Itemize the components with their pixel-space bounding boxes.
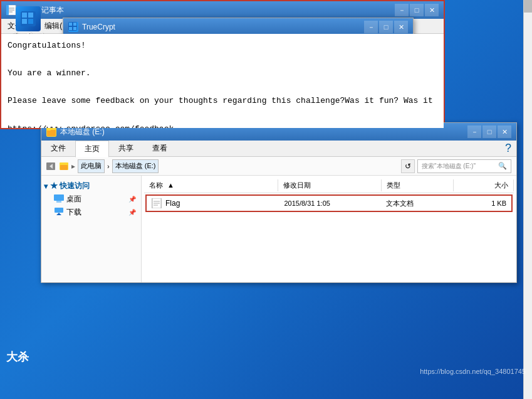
explorer-window: 本地磁盘 (E:) － □ ✕ 文件 主页 共享 查看 ?	[41, 122, 517, 283]
notepad-line-3: You are a winner.	[8, 66, 437, 80]
help-btn[interactable]: ?	[500, 139, 516, 157]
file-name-flag: Flag	[147, 198, 279, 208]
explorer-title-text: 本地磁盘 (E:)	[60, 127, 467, 137]
quick-access-header[interactable]: ▾ ★ 快速访问	[41, 179, 141, 193]
notepad-titlebar: Flag - 记事本 － □ ✕	[1, 1, 444, 19]
notepad-maximize-btn[interactable]: □	[410, 4, 424, 16]
sidebar-item-desktop[interactable]: 桌面 📌	[41, 193, 141, 206]
notepad-body: Congratulations! You are a winner. Pleas…	[1, 34, 444, 128]
notepad-line-6	[8, 108, 437, 122]
col-name[interactable]: 名称 ▲	[144, 179, 278, 191]
truecrypt-maximize-btn[interactable]: □	[379, 21, 393, 33]
file-type-flag: 文本文档	[381, 199, 452, 208]
pin-icon: 📌	[128, 196, 136, 203]
dasha-text: 大杀	[6, 349, 29, 364]
truecrypt-app-icon	[16, 6, 41, 31]
refresh-btn[interactable]: ↺	[401, 159, 415, 173]
explorer-maximize-btn[interactable]: □	[482, 125, 496, 138]
notepad-close-btn[interactable]: ✕	[425, 4, 439, 16]
explorer-title-icon	[46, 127, 56, 137]
notepad-line-4	[8, 80, 437, 94]
file-date-flag: 2015/8/31 1:05	[279, 200, 381, 207]
svg-rect-2	[22, 19, 27, 24]
desktop-sidebar-icon	[54, 194, 64, 205]
explorer-toolbar: ▸ 此电脑 › 本地磁盘 (E:) ↺ 搜索"本地磁盘 (E:)" 🔍	[41, 157, 516, 176]
ribbon-tab-view[interactable]: 查看	[143, 140, 177, 157]
files-column-headers: 名称 ▲ 修改日期 类型 大小	[144, 178, 514, 193]
truecrypt-close-btn[interactable]: ✕	[394, 21, 408, 33]
notepad-line-7: https://www.spydersec.com/feedback	[8, 122, 437, 128]
truecrypt-titlebar: TrueCrypt － □ ✕	[63, 18, 413, 36]
search-box[interactable]: 搜索"本地磁盘 (E:)" 🔍	[417, 159, 511, 173]
breadcrumb-this-pc[interactable]: 此电脑	[78, 159, 105, 173]
back-folder-icon[interactable]	[46, 162, 56, 171]
svg-rect-3	[28, 13, 33, 18]
ribbon-tab-file[interactable]: 文件	[41, 140, 75, 157]
truecrypt-minimize-btn[interactable]: －	[364, 21, 378, 33]
explorer-close-btn[interactable]: ✕	[498, 125, 511, 138]
file-size-flag: 1 KB	[452, 200, 511, 207]
search-icon: 🔍	[498, 162, 507, 170]
explorer-ribbon: 文件 主页 共享 查看 ?	[41, 141, 516, 157]
sort-icon: ▲	[167, 181, 174, 189]
svg-rect-9	[69, 23, 72, 26]
folder-nav-icon[interactable]	[59, 162, 69, 171]
col-type[interactable]: 类型	[382, 179, 454, 191]
svg-rect-26	[55, 208, 63, 213]
notepad-window-controls: － □ ✕	[395, 4, 439, 16]
svg-rect-23	[60, 165, 68, 170]
notepad-line-2	[8, 53, 437, 66]
download-sidebar-icon	[54, 208, 64, 218]
quick-access-label: ★ 快速访问	[50, 181, 90, 191]
notepad-text-area[interactable]: Congratulations! You are a winner. Pleas…	[1, 34, 444, 128]
sidebar-label-desktop: 桌面	[66, 194, 81, 205]
svg-rect-4	[28, 19, 33, 24]
search-placeholder: 搜索"本地磁盘 (E:)"	[422, 162, 476, 171]
notepad-line-5: Please leave some feedback on your thoug…	[8, 94, 437, 108]
file-row-flag[interactable]: Flag 2015/8/31 1:05 文本文档 1 KB	[145, 194, 513, 212]
file-doc-icon	[152, 198, 162, 208]
truecrypt-title-icon	[68, 22, 78, 32]
svg-rect-25	[56, 201, 61, 203]
svg-rect-18	[47, 130, 56, 136]
breadcrumb-local-disk[interactable]: 本地磁盘 (E:)	[112, 159, 159, 173]
sidebar-item-downloads[interactable]: 下载 📌	[41, 206, 141, 219]
col-date[interactable]: 修改日期	[278, 179, 382, 191]
chevron-down-icon: ▾	[44, 182, 48, 191]
explorer-sidebar: ▾ ★ 快速访问 桌面 📌	[41, 176, 142, 282]
path-separator: ▸	[71, 162, 75, 171]
truecrypt-window-controls: － □ ✕	[364, 21, 408, 33]
svg-rect-10	[73, 23, 76, 26]
pin-icon2: 📌	[128, 209, 136, 216]
ribbon-tab-home[interactable]: 主页	[75, 141, 109, 157]
col-size[interactable]: 大小	[454, 179, 514, 191]
explorer-window-controls: － □ ✕	[467, 125, 511, 138]
svg-rect-24	[54, 194, 64, 201]
ribbon-tab-share[interactable]: 共享	[109, 140, 143, 157]
explorer-files-area: 名称 ▲ 修改日期 类型 大小	[142, 176, 516, 282]
svg-rect-12	[73, 27, 76, 30]
explorer-minimize-btn[interactable]: －	[467, 125, 481, 138]
desktop: TrueCrypt mulder.fbi	[0, 0, 532, 399]
svg-rect-1	[22, 13, 27, 18]
breadcrumb-sep1: ›	[107, 162, 110, 170]
notepad-title-text: Flag - 记事本	[20, 5, 395, 16]
truecrypt-title-text: TrueCrypt	[82, 23, 364, 31]
notepad-scrollbar[interactable]	[523, 0, 532, 399]
svg-marker-27	[56, 213, 61, 215]
notepad-minimize-btn[interactable]: －	[395, 4, 409, 16]
svg-rect-11	[69, 27, 72, 30]
sidebar-label-downloads: 下载	[66, 207, 81, 218]
watermark-text: https://blog.csdn.net/qq_34801745	[420, 368, 526, 375]
explorer-body: ▾ ★ 快速访问 桌面 📌	[41, 176, 516, 282]
file-label-flag: Flag	[165, 199, 180, 208]
notepad-line-1: Congratulations!	[8, 39, 437, 53]
